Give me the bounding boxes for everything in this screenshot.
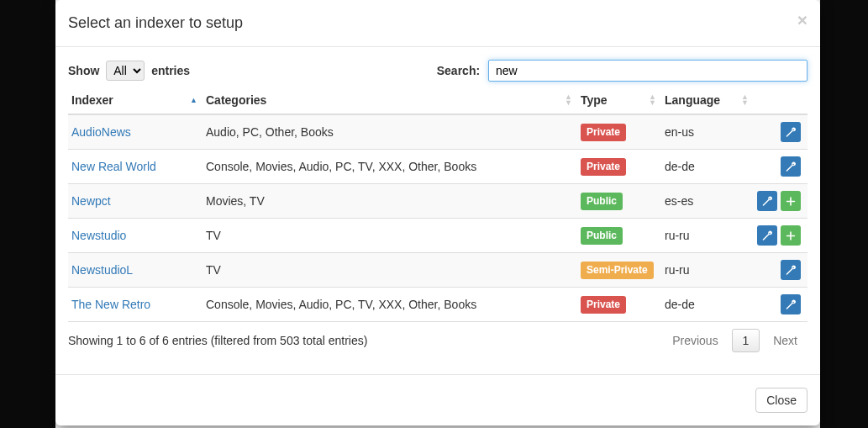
configure-button[interactable] bbox=[757, 191, 777, 211]
configure-button[interactable] bbox=[757, 225, 777, 246]
categories-cell: TV bbox=[203, 253, 577, 288]
close-button[interactable]: Close bbox=[755, 388, 808, 413]
indexer-link[interactable]: AudioNews bbox=[71, 125, 131, 139]
type-badge: Public bbox=[581, 193, 623, 210]
type-badge: Private bbox=[581, 124, 626, 141]
table-row: AudioNewsAudio, PC, Other, BooksPrivatee… bbox=[68, 114, 808, 150]
configure-button[interactable] bbox=[781, 122, 801, 142]
wrench-icon bbox=[786, 127, 796, 138]
sort-both-icon: ▲▼ bbox=[565, 94, 572, 106]
indexer-table: Indexer ▲ Categories ▲▼ Type ▲▼ Language… bbox=[68, 87, 808, 322]
search-input[interactable] bbox=[488, 60, 808, 82]
modal-footer: Close bbox=[55, 374, 820, 425]
table-row: NewpctMovies, TVPublices-es bbox=[68, 184, 808, 219]
col-header-type[interactable]: Type ▲▼ bbox=[577, 87, 661, 114]
col-header-language[interactable]: Language ▲▼ bbox=[661, 87, 754, 114]
wrench-icon bbox=[786, 299, 796, 310]
language-cell: de-de bbox=[661, 288, 754, 322]
language-cell: en-us bbox=[661, 114, 754, 150]
configure-button[interactable] bbox=[781, 294, 801, 314]
search-control: Search: bbox=[437, 60, 808, 82]
table-row: NewstudioLTVSemi-Privateru-ru bbox=[68, 253, 808, 288]
page-next-button[interactable]: Next bbox=[763, 330, 808, 351]
wrench-icon bbox=[786, 161, 796, 172]
type-badge: Public bbox=[581, 227, 623, 245]
indexer-link[interactable]: The New Retro bbox=[71, 298, 150, 311]
type-badge: Private bbox=[581, 296, 626, 314]
sort-asc-icon: ▲ bbox=[190, 98, 197, 103]
table-row: New Real WorldConsole, Movies, Audio, PC… bbox=[68, 150, 808, 184]
search-label: Search: bbox=[437, 64, 480, 77]
page-number-current[interactable]: 1 bbox=[732, 329, 760, 352]
add-button[interactable] bbox=[781, 191, 801, 211]
categories-cell: Console, Movies, Audio, PC, TV, XXX, Oth… bbox=[203, 150, 577, 184]
sort-both-icon: ▲▼ bbox=[649, 94, 656, 106]
table-info: Showing 1 to 6 of 6 entries (filtered fr… bbox=[68, 334, 367, 347]
modal-header: Select an indexer to setup × bbox=[55, 0, 820, 47]
add-button[interactable] bbox=[781, 225, 801, 246]
sort-both-icon: ▲▼ bbox=[741, 94, 749, 106]
col-header-indexer[interactable]: Indexer ▲ bbox=[68, 87, 203, 114]
entries-length-select[interactable]: All bbox=[106, 61, 145, 81]
language-cell: ru-ru bbox=[661, 253, 754, 288]
type-badge: Semi-Private bbox=[581, 262, 654, 279]
close-icon[interactable]: × bbox=[797, 11, 808, 29]
indexer-link[interactable]: New Real World bbox=[71, 160, 156, 173]
table-row: The New RetroConsole, Movies, Audio, PC,… bbox=[68, 288, 808, 322]
pagination: Previous 1 Next bbox=[662, 329, 808, 352]
entries-label: entries bbox=[151, 64, 190, 77]
wrench-icon bbox=[786, 265, 796, 276]
indexer-link[interactable]: NewstudioL bbox=[71, 263, 133, 277]
categories-cell: Movies, TV bbox=[203, 184, 577, 219]
configure-button[interactable] bbox=[781, 260, 801, 280]
language-cell: es-es bbox=[661, 184, 754, 219]
col-header-actions bbox=[754, 87, 808, 114]
wrench-icon bbox=[762, 230, 772, 241]
entries-length-control: Show All entries bbox=[68, 61, 190, 81]
plus-icon bbox=[786, 230, 796, 241]
configure-button[interactable] bbox=[781, 156, 801, 177]
categories-cell: Audio, PC, Other, Books bbox=[203, 114, 577, 150]
categories-cell: Console, Movies, Audio, PC, TV, XXX, Oth… bbox=[203, 288, 577, 322]
modal-title: Select an indexer to setup bbox=[68, 13, 808, 34]
wrench-icon bbox=[762, 196, 772, 207]
col-header-categories[interactable]: Categories ▲▼ bbox=[203, 87, 577, 114]
indexer-link[interactable]: Newstudio bbox=[71, 229, 126, 242]
indexer-link[interactable]: Newpct bbox=[71, 194, 111, 208]
language-cell: de-de bbox=[661, 150, 754, 184]
table-row: NewstudioTVPublicru-ru bbox=[68, 219, 808, 253]
type-badge: Private bbox=[581, 158, 626, 176]
categories-cell: TV bbox=[203, 219, 577, 253]
indexer-setup-modal: Select an indexer to setup × Show All en… bbox=[55, 0, 820, 425]
page-prev-button[interactable]: Previous bbox=[662, 330, 728, 351]
plus-icon bbox=[786, 196, 796, 207]
language-cell: ru-ru bbox=[661, 219, 754, 253]
show-label: Show bbox=[68, 64, 99, 77]
